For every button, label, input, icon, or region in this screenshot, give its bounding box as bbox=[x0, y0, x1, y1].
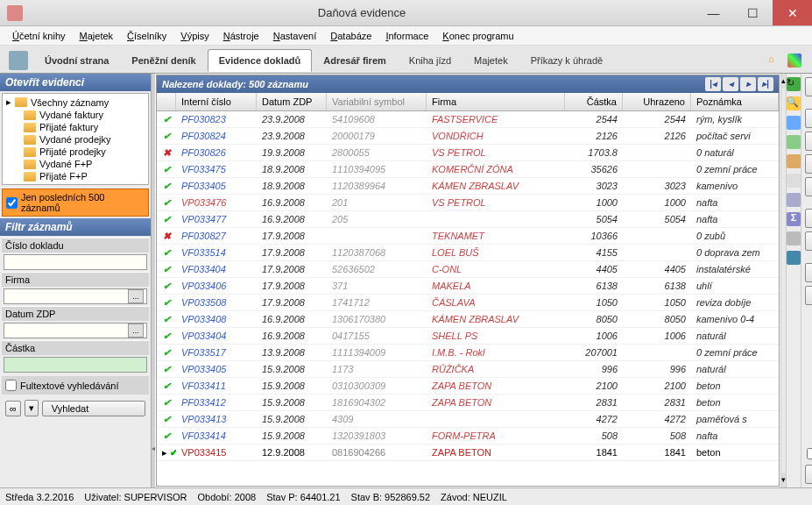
fulltext-row[interactable]: Fultextové vyhledávání bbox=[2, 376, 149, 395]
nav-last[interactable]: ▸| bbox=[758, 77, 773, 91]
input-firma[interactable]: ... bbox=[4, 288, 147, 304]
search-icon[interactable]: 🔍 bbox=[787, 96, 801, 110]
tisk-button[interactable]: Tisk bbox=[805, 263, 812, 282]
sum-icon[interactable]: Σ bbox=[787, 212, 801, 226]
table-row[interactable]: ✖PF03082619.9.20082800055VS PETROL1703.8… bbox=[157, 145, 779, 161]
last-500-row[interactable]: Jen posledních 500 záznamů bbox=[2, 188, 149, 217]
tree-item[interactable]: Přijaté prodejky bbox=[4, 146, 146, 158]
splitter[interactable]: ◂ bbox=[152, 74, 155, 487]
tab-evidence-dokladů[interactable]: Evidence dokladů bbox=[208, 49, 313, 72]
tree-item[interactable]: Vydané prodejky bbox=[4, 133, 146, 146]
akce-button[interactable]: Akce ... bbox=[805, 209, 812, 228]
doc-icon[interactable] bbox=[787, 174, 801, 188]
menu-nastavení[interactable]: Nastavení bbox=[266, 29, 324, 43]
grid-icon[interactable] bbox=[787, 53, 801, 68]
input-datum[interactable]: ... bbox=[4, 323, 147, 338]
tab-peněžní-deník[interactable]: Peněžní deník bbox=[120, 49, 207, 72]
kopie-button[interactable]: Kopie bbox=[805, 154, 812, 174]
paste-icon[interactable] bbox=[787, 154, 801, 168]
menu-majetek[interactable]: Majetek bbox=[73, 29, 121, 43]
uctovat-button[interactable]: Účtovat bbox=[805, 77, 812, 96]
tree-item[interactable]: Přijaté faktury bbox=[4, 121, 146, 133]
report-button[interactable]: Report... bbox=[805, 286, 812, 305]
col-poznamka[interactable]: Poznámka bbox=[691, 93, 779, 110]
close-button[interactable]: ✕ bbox=[773, 0, 812, 25]
table-row[interactable]: ✔VP03350817.9.20081741712ČÁSLAVA10501050… bbox=[157, 295, 779, 311]
table-row[interactable]: ✔VF03347518.9.20081110394095KOMERČNÍ ZÓN… bbox=[157, 161, 779, 178]
tab-majetek[interactable]: Majetek bbox=[462, 49, 519, 72]
globe-icon[interactable] bbox=[787, 116, 801, 130]
menu-číselníky[interactable]: Číselníky bbox=[120, 29, 173, 43]
table-row[interactable]: ✔PF03340518.9.20081120389964KÁMEN ZBRASL… bbox=[157, 178, 779, 195]
table-row[interactable]: ✖PF03082717.9.2008TEKNAMET103660 zubů bbox=[157, 228, 779, 245]
col-vs[interactable]: Variabilní symbol bbox=[327, 93, 427, 110]
col-interni[interactable]: Interní číslo bbox=[176, 93, 257, 110]
table-row[interactable]: ✔VP03341315.9.2008430942724272paměťová s bbox=[157, 411, 779, 428]
vymazat-button[interactable]: Vymazat bbox=[805, 177, 812, 196]
table-row[interactable]: ✔VF03341115.9.20080310300309ZAPA BETON21… bbox=[157, 378, 779, 395]
nav-next[interactable]: ▸ bbox=[740, 77, 756, 91]
table-row[interactable]: ✔PF03082323.9.200854109608FASTSERVICE254… bbox=[157, 111, 779, 128]
minimize-button[interactable]: — bbox=[694, 0, 733, 25]
table-row[interactable]: ✔VP03340416.9.20080417155SHELL PS1006100… bbox=[157, 328, 779, 345]
table-icon[interactable] bbox=[787, 193, 801, 207]
col-datum[interactable]: Datum ZDP bbox=[257, 93, 327, 110]
export-icon[interactable] bbox=[787, 231, 801, 245]
tab-úvodní-strana[interactable]: Úvodní strana bbox=[33, 49, 120, 72]
table-row[interactable]: ✔VF03341415.9.20081320391803FORM-PETRA50… bbox=[157, 428, 779, 445]
menu-databáze[interactable]: Databáze bbox=[323, 29, 378, 43]
table-row[interactable]: ✔VP03340816.9.20081306170380KÁMEN ZBRASL… bbox=[157, 311, 779, 328]
funnel-button[interactable]: ▾ bbox=[25, 400, 39, 416]
expand-icon[interactable]: ▸ bbox=[6, 96, 11, 108]
table-row[interactable]: ✔PF03082423.9.200820000179VONDŘICH212621… bbox=[157, 128, 779, 145]
table-row[interactable]: ✔VP03347616.9.2008201VS PETROL10001000na… bbox=[157, 195, 779, 211]
input-castka[interactable] bbox=[4, 357, 147, 373]
table-row[interactable]: ✔VF03351417.9.20081120387068LOEL BUŠ4155… bbox=[157, 245, 779, 261]
copy-icon[interactable] bbox=[787, 135, 801, 149]
nav-first[interactable]: |◂ bbox=[705, 77, 721, 91]
tab-kniha-jízd[interactable]: Kniha jízd bbox=[398, 49, 462, 72]
hrom-vyber-checkbox[interactable] bbox=[807, 448, 812, 459]
table-row[interactable]: ▸ ✔VP03341512.9.20080816904266ZAPA BETON… bbox=[157, 445, 779, 461]
tree-root[interactable]: ▸ Všechny záznamy bbox=[4, 96, 146, 109]
menu-nástroje[interactable]: Nástroje bbox=[216, 29, 266, 43]
datum-picker-button[interactable]: ... bbox=[128, 324, 144, 338]
fulltext-checkbox[interactable] bbox=[5, 380, 17, 391]
search-button[interactable]: Vyhledat bbox=[42, 401, 145, 416]
home-icon[interactable]: ⌂ bbox=[768, 53, 782, 68]
tree-item[interactable]: Přijaté F+P bbox=[4, 170, 146, 182]
grid-header[interactable]: Interní číslo Datum ZDP Variabilní symbo… bbox=[157, 93, 779, 111]
reset-button[interactable]: ∞ bbox=[5, 401, 21, 416]
tab-icon[interactable] bbox=[9, 51, 28, 70]
table-row[interactable]: ✔VF03340417.9.200852636502C-ONL44054405i… bbox=[157, 261, 779, 278]
refresh-icon[interactable]: ↻ bbox=[787, 77, 801, 91]
col-firma[interactable]: Firma bbox=[427, 93, 565, 110]
rychly-filtr-button[interactable]: Rychlý filtr bbox=[805, 231, 812, 251]
novy-zapis-button[interactable]: Nový zápis bbox=[805, 109, 812, 128]
menu-informace[interactable]: Informace bbox=[378, 29, 435, 43]
table-row[interactable]: ✔VF03351713.9.20081111394009I.M.B. - Rok… bbox=[157, 345, 779, 361]
save-icon[interactable] bbox=[787, 251, 801, 265]
hrom-vyber-row[interactable]: Hrom.výběr bbox=[805, 446, 812, 461]
col-uhrazeno[interactable]: Uhrazeno bbox=[623, 93, 691, 110]
table-row[interactable]: ✔VP03340617.9.2008371MAKELA61386138uhlí bbox=[157, 278, 779, 295]
aktualizovat-button[interactable]: Aktualizovat bbox=[805, 465, 812, 484]
input-cislo[interactable] bbox=[4, 254, 147, 270]
menu-účetní-knihy[interactable]: Účetní knihy bbox=[5, 29, 73, 43]
firma-picker-button[interactable]: ... bbox=[128, 289, 144, 303]
tab-příkazy-k-úhradě[interactable]: Příkazy k úhradě bbox=[519, 49, 615, 72]
nav-prev[interactable]: ◂ bbox=[723, 77, 738, 91]
tab-adresář-firem[interactable]: Adresář firem bbox=[312, 49, 398, 72]
edit-button[interactable]: Edit bbox=[805, 132, 812, 151]
grid-body[interactable]: ✔PF03082323.9.200854109608FASTSERVICE254… bbox=[157, 111, 779, 486]
tree-item[interactable]: Vydané F+P bbox=[4, 158, 146, 170]
evidence-tree[interactable]: ▸ Všechny záznamy Vydané fakturyPřijaté … bbox=[2, 93, 149, 185]
table-row[interactable]: ✔VP03340515.9.20081173RŮŽIČKA996996natur… bbox=[157, 361, 779, 378]
last-500-checkbox[interactable] bbox=[6, 197, 18, 209]
menu-výpisy[interactable]: Výpisy bbox=[173, 29, 215, 43]
table-row[interactable]: ✔VP03347716.9.200820550545054nafta bbox=[157, 211, 779, 228]
menu-konec-programu[interactable]: Konec programu bbox=[435, 29, 520, 43]
table-row[interactable]: ✔PF03341215.9.20081816904302ZAPA BETON28… bbox=[157, 395, 779, 411]
maximize-button[interactable]: ☐ bbox=[733, 0, 773, 25]
tree-item[interactable]: Vydané faktury bbox=[4, 109, 146, 121]
